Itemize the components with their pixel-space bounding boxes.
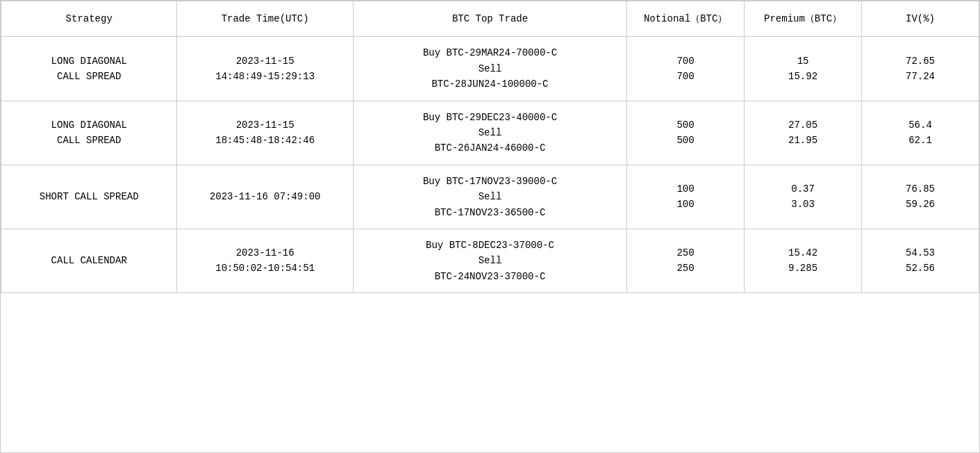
iv-value: 76.85 bbox=[906, 183, 935, 195]
notional-value: 700 bbox=[676, 71, 694, 82]
cell-btc-top-trade: Buy BTC-29MAR24-70000-CSellBTC-28JUN24-1… bbox=[353, 37, 626, 101]
iv-value: 54.53 bbox=[906, 247, 935, 258]
trades-table: Strategy Trade Time(UTC) BTC Top Trade N… bbox=[1, 1, 979, 293]
cell-btc-top-trade: Buy BTC-29DEC23-40000-CSellBTC-26JAN24-4… bbox=[353, 101, 626, 165]
premium-value: 15.92 bbox=[788, 71, 817, 82]
col-header-iv: IV(%) bbox=[862, 1, 979, 37]
notional-value: 250 bbox=[676, 247, 694, 258]
table-row: LONG DIAGONAL CALL SPREAD2023-11-15 18:4… bbox=[1, 101, 979, 165]
btc-trade-line: Buy BTC-29DEC23-40000-C bbox=[423, 112, 557, 123]
btc-trade-line: Sell bbox=[479, 127, 502, 138]
cell-notional: 700700 bbox=[627, 37, 745, 101]
main-container: Strategy Trade Time(UTC) BTC Top Trade N… bbox=[0, 0, 980, 453]
cell-premium: 15.429.285 bbox=[745, 229, 862, 293]
premium-value: 9.285 bbox=[788, 263, 817, 274]
cell-trade-time: 2023-11-16 07:49:00 bbox=[177, 165, 353, 229]
iv-value: 52.56 bbox=[906, 263, 935, 274]
btc-trade-line: BTC-28JUN24-100000-C bbox=[431, 79, 548, 90]
col-header-strategy: Strategy bbox=[1, 1, 177, 37]
cell-premium: 1515.92 bbox=[745, 37, 862, 101]
premium-value: 15.42 bbox=[788, 247, 817, 258]
col-header-btc-top-trade: BTC Top Trade bbox=[353, 1, 626, 37]
cell-notional: 100100 bbox=[627, 165, 745, 229]
notional-value: 100 bbox=[676, 183, 694, 195]
iv-value: 77.24 bbox=[906, 71, 935, 82]
btc-trade-line: Sell bbox=[479, 255, 502, 266]
cell-iv: 54.5352.56 bbox=[862, 229, 979, 293]
table-row: LONG DIAGONAL CALL SPREAD2023-11-15 14:4… bbox=[1, 37, 979, 101]
col-header-premium: Premium（BTC） bbox=[745, 1, 862, 37]
btc-trade-line: Buy BTC-8DEC23-37000-C bbox=[426, 240, 554, 251]
btc-trade-line: BTC-26JAN24-46000-C bbox=[435, 142, 546, 154]
btc-trade-line: Buy BTC-29MAR24-70000-C bbox=[423, 47, 557, 58]
notional-value: 100 bbox=[676, 199, 694, 210]
btc-trade-line: BTC-24NOV23-37000-C bbox=[435, 271, 546, 282]
table-row: SHORT CALL SPREAD2023-11-16 07:49:00Buy … bbox=[1, 165, 979, 229]
cell-premium: 27.0521.95 bbox=[745, 101, 862, 165]
cell-iv: 56.462.1 bbox=[862, 101, 979, 165]
cell-iv: 72.6577.24 bbox=[862, 37, 979, 101]
btc-trade-line: BTC-17NOV23-36500-C bbox=[435, 207, 546, 218]
premium-value: 0.37 bbox=[791, 183, 815, 195]
premium-value: 27.05 bbox=[788, 120, 817, 131]
header-row: Strategy Trade Time(UTC) BTC Top Trade N… bbox=[1, 1, 979, 37]
col-header-notional: Notional（BTC） bbox=[627, 1, 745, 37]
iv-value: 59.26 bbox=[906, 199, 935, 210]
premium-value: 15 bbox=[797, 56, 809, 67]
cell-trade-time: 2023-11-15 18:45:48-18:42:46 bbox=[177, 101, 353, 165]
cell-btc-top-trade: Buy BTC-17NOV23-39000-CSellBTC-17NOV23-3… bbox=[353, 165, 626, 229]
notional-value: 500 bbox=[676, 135, 694, 146]
premium-value: 3.03 bbox=[791, 199, 815, 210]
col-header-trade-time: Trade Time(UTC) bbox=[177, 1, 353, 37]
cell-strategy: LONG DIAGONAL CALL SPREAD bbox=[1, 101, 177, 165]
notional-value: 250 bbox=[676, 263, 694, 274]
btc-trade-line: Buy BTC-17NOV23-39000-C bbox=[423, 176, 557, 187]
iv-value: 56.4 bbox=[908, 120, 932, 131]
cell-strategy: CALL CALENDAR bbox=[1, 229, 177, 293]
cell-notional: 500500 bbox=[627, 101, 745, 165]
iv-value: 72.65 bbox=[906, 56, 935, 67]
btc-trade-line: Sell bbox=[479, 63, 502, 74]
cell-btc-top-trade: Buy BTC-8DEC23-37000-CSellBTC-24NOV23-37… bbox=[353, 229, 626, 293]
notional-value: 700 bbox=[676, 56, 694, 67]
premium-value: 21.95 bbox=[788, 135, 817, 146]
cell-premium: 0.373.03 bbox=[745, 165, 862, 229]
btc-trade-line: Sell bbox=[479, 191, 502, 202]
notional-value: 500 bbox=[676, 120, 694, 131]
cell-iv: 76.8559.26 bbox=[862, 165, 979, 229]
iv-value: 62.1 bbox=[908, 135, 932, 146]
cell-strategy: LONG DIAGONAL CALL SPREAD bbox=[1, 37, 177, 101]
cell-trade-time: 2023-11-15 14:48:49-15:29:13 bbox=[177, 37, 353, 101]
cell-notional: 250250 bbox=[627, 229, 745, 293]
cell-trade-time: 2023-11-16 10:50:02-10:54:51 bbox=[177, 229, 353, 293]
cell-strategy: SHORT CALL SPREAD bbox=[1, 165, 177, 229]
table-row: CALL CALENDAR2023-11-16 10:50:02-10:54:5… bbox=[1, 229, 979, 293]
